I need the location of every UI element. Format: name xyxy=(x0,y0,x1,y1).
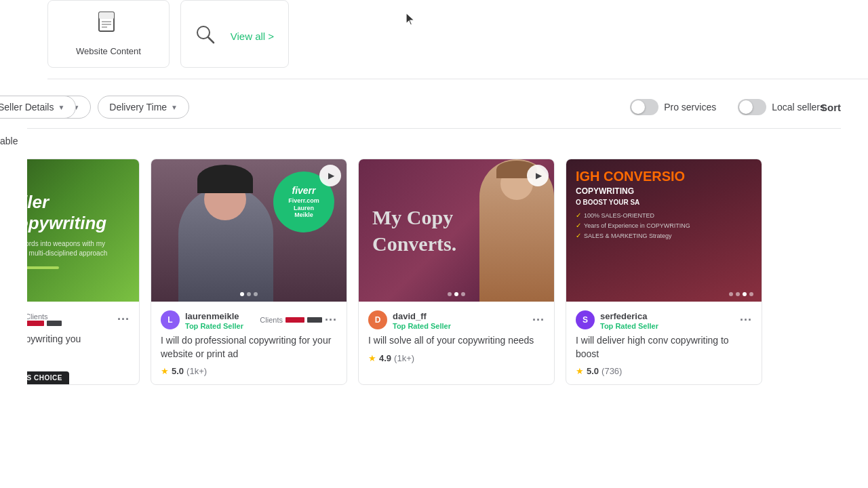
dot-4-4 xyxy=(749,292,753,296)
badge-stripe-2 xyxy=(47,321,62,326)
rating-row-3: ★ 4.9 (1k+) xyxy=(368,353,545,363)
seller-left-4: S serfederica Top Rated Seller xyxy=(576,310,658,330)
card-title-4: I will deliver high conv copywriting to … xyxy=(576,334,752,361)
more-btn-4[interactable]: ··· xyxy=(740,313,752,327)
play-button-2[interactable] xyxy=(319,165,341,186)
hc-sub: COPYWRITING xyxy=(576,186,752,196)
kc-bar xyxy=(27,266,59,269)
hc-items: 100% SALES-ORIENTED Years of Experience … xyxy=(576,211,752,242)
clients-label-1: Clients xyxy=(27,312,62,321)
toggle-group: Pro services Local sellers xyxy=(630,99,841,115)
filter-bar-wrapper: Seller Details ▼ Budget ▼ Delivery Time … xyxy=(27,86,841,129)
delivery-time-label: Delivery Time xyxy=(109,102,167,113)
hc-sub2: O BOOST YOUR SA xyxy=(576,199,752,206)
play-button-3[interactable] xyxy=(527,165,549,186)
rating-val-4: 5.0 xyxy=(587,366,599,376)
card-dots-4 xyxy=(729,292,753,296)
seller-details-label: Seller Details xyxy=(0,102,54,113)
website-content-card[interactable]: Website Content xyxy=(47,0,170,68)
stripe-red-2 xyxy=(285,317,304,323)
local-sellers-label: Local sellers xyxy=(772,102,825,113)
pro-services-label: Pro services xyxy=(664,102,716,113)
fiverr-circle-sub: Fiverr.comLaurenMeikle xyxy=(288,197,319,219)
dot-3-4 xyxy=(743,292,747,296)
card-title-1: nly copywriting you xyxy=(27,333,130,346)
person-hair xyxy=(197,165,253,193)
rating-row-4: ★ 5.0 (736) xyxy=(576,366,752,376)
top-category-cards: Website Content View all > xyxy=(47,0,868,79)
local-sellers-toggle[interactable] xyxy=(738,99,766,115)
dot-1-2 xyxy=(240,292,244,296)
seller-details-chevron: ▼ xyxy=(58,104,64,111)
seller-name-3: david_ff xyxy=(393,311,427,321)
star-2: ★ xyxy=(161,366,169,376)
seller-info-1: K Clients ··· xyxy=(27,310,130,329)
hc-title: IGH CONVERSIO xyxy=(576,169,752,184)
rating-count-4: (736) xyxy=(601,366,622,376)
clients-label-2: Clients xyxy=(260,316,283,324)
kc-title: KillerCopywriting xyxy=(27,192,125,234)
view-all-card[interactable]: View all > xyxy=(180,0,289,68)
view-all-link[interactable]: View all > xyxy=(195,23,274,45)
badge-stripe-1 xyxy=(27,321,44,326)
sort-label[interactable]: Sort xyxy=(821,102,841,113)
seller-info-2: L laurenmeikle Top Rated Seller Clients … xyxy=(161,310,337,330)
service-card-3: My CopyConverts. xyxy=(358,159,555,385)
svg-rect-1 xyxy=(99,12,114,19)
document-icon xyxy=(98,12,119,41)
card-image-3: My CopyConverts. xyxy=(359,159,554,302)
more-btn-3[interactable]: ··· xyxy=(532,313,545,327)
seller-info-4: S serfederica Top Rated Seller ··· xyxy=(576,310,752,330)
seller-badges-2: Clients ··· xyxy=(260,313,337,327)
fiverr-circle-text: fiverr xyxy=(292,185,315,196)
dot-1-4 xyxy=(729,292,733,296)
dot-2-4 xyxy=(736,292,740,296)
seller-details-button[interactable]: Seller Details ▼ xyxy=(0,96,76,119)
fiverr-choice-badge: FIVERR'S CHOICE xyxy=(27,371,69,384)
mcc-text-container: My CopyConverts. xyxy=(372,204,456,257)
dot-1-3 xyxy=(448,292,452,296)
rating-val-3: 4.9 xyxy=(379,353,391,363)
more-btn-2[interactable]: ··· xyxy=(325,313,337,327)
pro-services-toggle-item: Pro services xyxy=(630,99,716,115)
kc-sub: Turn words into weapons with myunique, m… xyxy=(27,239,125,258)
card-image-2: fiverr Fiverr.comLaurenMeikle xyxy=(151,159,347,302)
page-wrapper: Website Content View all > Seller xyxy=(0,0,868,385)
top-rated-2: Top Rated Seller xyxy=(185,322,243,330)
seller-name-4: serfederica xyxy=(600,311,647,321)
hc-item-3: SALES & MARKETING Strategy xyxy=(576,232,752,239)
rating-row-2: ★ 5.0 (1k+) xyxy=(161,366,337,376)
dot-2-2 xyxy=(247,292,251,296)
dot-3-3 xyxy=(461,292,465,296)
rating-count-3: (1k+) xyxy=(394,353,414,363)
card-image-4: IGH CONVERSIO COPYWRITING O BOOST YOUR S… xyxy=(566,159,762,302)
seller-left-3: D david_ff Top Rated Seller xyxy=(368,310,451,330)
cards-grid: KillerCopywriting Turn words into weapon… xyxy=(27,159,841,385)
seller-details-1: Clients xyxy=(27,312,62,326)
delivery-time-button[interactable]: Delivery Time ▼ xyxy=(98,96,189,119)
top-rated-3: Top Rated Seller xyxy=(393,322,451,330)
star-4: ★ xyxy=(576,366,584,376)
more-btn-1[interactable]: ··· xyxy=(117,312,130,327)
seller-left-2: L laurenmeikle Top Rated Seller xyxy=(161,310,243,330)
avatar-3: D xyxy=(368,310,387,329)
website-content-label: Website Content xyxy=(76,46,141,56)
seller-details-4: serfederica Top Rated Seller xyxy=(600,310,658,330)
hc-item-1: 100% SALES-ORIENTED xyxy=(576,211,752,219)
seller-details-2: laurenmeikle Top Rated Seller xyxy=(185,310,243,330)
dot-2-3 xyxy=(454,292,458,296)
seller-details-3: david_ff Top Rated Seller xyxy=(393,310,451,330)
hc-item-2: Years of Experience in COPYWRITING xyxy=(576,222,752,229)
rating-val-2: 5.0 xyxy=(172,366,184,376)
service-card-1: KillerCopywriting Turn words into weapon… xyxy=(27,159,140,385)
card-title-3: I will solve all of your copywriting nee… xyxy=(368,334,545,348)
top-rated-4: Top Rated Seller xyxy=(600,322,658,330)
stripe-dark-2 xyxy=(307,317,322,323)
search-icon-large xyxy=(195,23,226,44)
rating-count-2: (1k+) xyxy=(186,366,207,376)
card-body-4: S serfederica Top Rated Seller ··· I wil… xyxy=(566,302,762,384)
card-body-1: K Clients ··· nly copywriting you xyxy=(27,302,139,360)
main-content: Seller Details ▼ Budget ▼ Delivery Time … xyxy=(0,86,868,385)
card-dots-3 xyxy=(448,292,465,296)
pro-services-toggle[interactable] xyxy=(630,99,658,115)
